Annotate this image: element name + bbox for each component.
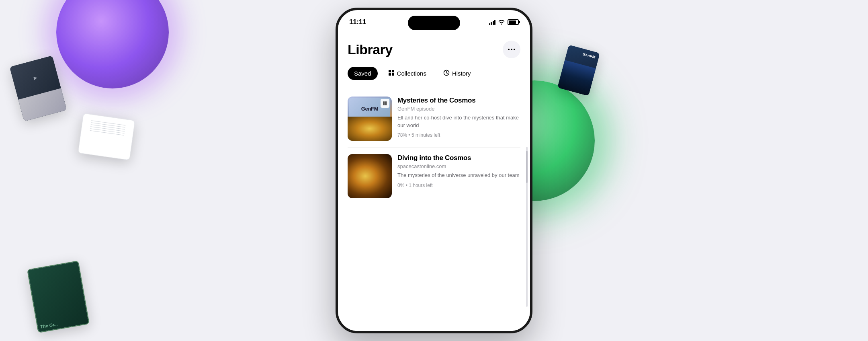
more-options-button[interactable] xyxy=(503,41,520,58)
pause-badge xyxy=(381,99,389,108)
pause-icon xyxy=(383,101,387,105)
filter-tabs: Saved Collections xyxy=(348,66,520,80)
item-source: spacecastonline.com xyxy=(397,163,520,169)
thumbnail-mysteries: GenFM xyxy=(348,97,392,141)
history-tab-label: History xyxy=(452,70,471,77)
item-info-diving: Diving into the Cosmos spacecastonline.c… xyxy=(397,154,520,188)
galaxy-image-bottom xyxy=(348,117,392,141)
saved-tab-label: Saved xyxy=(354,70,371,77)
dynamic-island xyxy=(408,16,460,30)
item-meta: 0% • 1 hours left xyxy=(397,183,520,188)
signal-bar-4 xyxy=(494,20,495,25)
scroll-thumb xyxy=(526,151,528,183)
signal-bar-1 xyxy=(489,23,490,25)
thumbnail-galaxy-image xyxy=(348,154,392,198)
purple-orb-decoration xyxy=(56,0,169,88)
page-title: Library xyxy=(348,42,393,58)
floating-book-card: The Gr... xyxy=(27,261,90,333)
signal-icon xyxy=(489,19,496,25)
pause-bar-2 xyxy=(385,101,387,105)
tab-saved[interactable]: Saved xyxy=(348,67,378,80)
thumbnail-diving xyxy=(348,154,392,198)
battery-fill xyxy=(509,21,516,24)
svg-rect-1 xyxy=(392,70,394,72)
scroll-indicator xyxy=(526,147,528,307)
pause-bar-1 xyxy=(383,101,385,105)
battery-icon xyxy=(508,19,519,25)
phone-content: Library Saved xyxy=(338,34,530,331)
volume-up-button xyxy=(336,66,337,81)
dot-1 xyxy=(508,49,510,50)
dot-3 xyxy=(514,49,515,50)
genfm-card-image xyxy=(557,60,596,96)
phone-frame: 11:11 Library xyxy=(336,8,532,333)
svg-rect-0 xyxy=(389,70,391,72)
genfm-card-label: GenFM xyxy=(582,52,596,59)
collections-icon xyxy=(388,70,395,77)
content-list: GenFM Mysteries of the Cosmos GenFM xyxy=(348,90,520,205)
status-icons xyxy=(489,19,519,26)
floating-magazine-card: ▶ xyxy=(10,55,67,121)
more-dots-icon xyxy=(508,49,515,50)
dot-2 xyxy=(511,49,512,50)
signal-bar-2 xyxy=(491,22,492,25)
tab-collections[interactable]: Collections xyxy=(382,66,433,80)
list-item[interactable]: Diving into the Cosmos spacecastonline.c… xyxy=(348,148,520,205)
item-description: The mysteries of the universe unraveled … xyxy=(397,172,520,179)
floating-paper-card xyxy=(78,113,135,160)
svg-rect-3 xyxy=(392,73,394,76)
item-title: Diving into the Cosmos xyxy=(397,154,520,162)
collections-tab-label: Collections xyxy=(397,70,426,77)
genfm-card-inner: GenFM xyxy=(557,45,600,96)
silent-switch xyxy=(336,50,337,60)
genfm-overlay-label: GenFM xyxy=(361,106,379,112)
status-time: 11:11 xyxy=(349,18,366,26)
item-info-mysteries: Mysteries of the Cosmos GenFM episode El… xyxy=(397,97,520,138)
page-header: Library xyxy=(348,41,520,58)
svg-rect-2 xyxy=(389,73,391,76)
item-description: Ell and her co-host dive into the myster… xyxy=(397,114,520,129)
power-button xyxy=(531,70,532,99)
floating-genfm-card: GenFM xyxy=(557,45,600,96)
wifi-icon xyxy=(498,19,505,26)
volume-down-button xyxy=(336,84,337,99)
thumbnail-cosmos-background: GenFM xyxy=(348,97,392,141)
item-title: Mysteries of the Cosmos xyxy=(397,97,520,105)
item-source: GenFM episode xyxy=(397,106,520,112)
history-icon xyxy=(443,70,450,77)
book-title-decoration: The Gr... xyxy=(40,321,58,329)
signal-bar-3 xyxy=(493,21,494,25)
list-item[interactable]: GenFM Mysteries of the Cosmos GenFM xyxy=(348,90,520,148)
tab-history[interactable]: History xyxy=(437,66,477,80)
item-meta: 78% • 5 minutes left xyxy=(397,132,520,138)
